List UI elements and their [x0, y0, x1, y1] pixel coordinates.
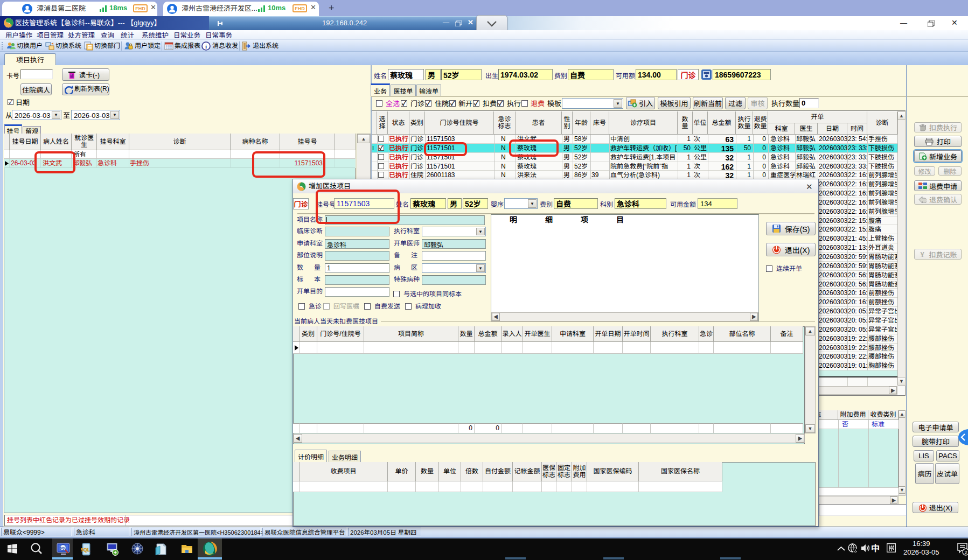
svg-text:¥: ¥: [921, 250, 925, 258]
svg-text:2: 2: [964, 550, 967, 555]
svg-text:i: i: [205, 43, 207, 50]
svg-text:SQL: SQL: [60, 547, 67, 550]
svg-text:SQL: SQL: [81, 547, 90, 552]
